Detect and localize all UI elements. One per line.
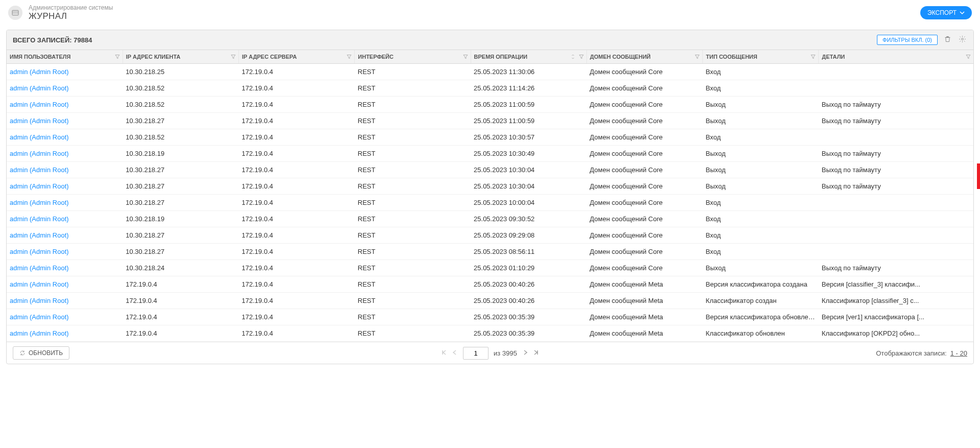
table-row[interactable]: admin (Admin Root)10.30.218.27172.19.0.4…: [7, 178, 973, 195]
table-row[interactable]: admin (Admin Root)10.30.218.25172.19.0.4…: [7, 64, 973, 80]
export-label: ЭКСПОРТ: [927, 9, 957, 16]
table-row[interactable]: admin (Admin Root)10.30.218.24172.19.0.4…: [7, 260, 973, 276]
cell-domain: Домен сообщений Meta: [586, 325, 702, 342]
cell-serverip: 172.19.0.4: [239, 64, 355, 80]
col-header-msgtype[interactable]: ТИП СООБЩЕНИЯ: [703, 50, 819, 64]
cell-user[interactable]: admin (Admin Root): [7, 244, 122, 260]
cell-user[interactable]: admin (Admin Root): [7, 211, 122, 227]
cell-details: [819, 80, 973, 97]
table-row[interactable]: admin (Admin Root)10.30.218.27172.19.0.4…: [7, 162, 973, 178]
total-label: ВСЕГО ЗАПИСЕЙ:: [13, 36, 72, 44]
cell-serverip: 172.19.0.4: [239, 325, 355, 342]
table-row[interactable]: admin (Admin Root)10.30.218.27172.19.0.4…: [7, 227, 973, 244]
cell-msgtype: Выход: [703, 146, 819, 162]
cell-msgtype: Версия классификатора обновлена: [703, 309, 819, 325]
cell-user[interactable]: admin (Admin Root): [7, 97, 122, 113]
table-row[interactable]: admin (Admin Root)172.19.0.4172.19.0.4RE…: [7, 309, 973, 325]
page-first-button[interactable]: [440, 349, 447, 357]
export-button[interactable]: ЭКСПОРТ: [920, 6, 972, 19]
cell-user[interactable]: admin (Admin Root): [7, 64, 122, 80]
cell-details: [819, 244, 973, 260]
table-row[interactable]: admin (Admin Root)10.30.218.19172.19.0.4…: [7, 146, 973, 162]
page-input[interactable]: [463, 347, 488, 360]
filter-icon[interactable]: [230, 54, 236, 60]
log-table: ИМЯ ПОЛЬЗОВАТЕЛЯ IP АДРЕС КЛИЕНТА IP АДР…: [7, 50, 973, 342]
cell-clientip: 10.30.218.52: [122, 97, 238, 113]
table-row[interactable]: admin (Admin Root)10.30.218.19172.19.0.4…: [7, 211, 973, 227]
cell-time: 25.05.2023 00:35:39: [471, 309, 586, 325]
table-row[interactable]: admin (Admin Root)172.19.0.4172.19.0.4RE…: [7, 325, 973, 342]
filter-icon[interactable]: [346, 54, 352, 60]
cell-msgtype: Вход: [703, 211, 819, 227]
cell-domain: Домен сообщений Meta: [586, 293, 702, 309]
gear-icon: [959, 35, 966, 43]
delete-filters-button[interactable]: [943, 34, 952, 45]
table-wrapper[interactable]: ИМЯ ПОЛЬЗОВАТЕЛЯ IP АДРЕС КЛИЕНТА IP АДР…: [7, 50, 973, 342]
cell-user[interactable]: admin (Admin Root): [7, 80, 122, 97]
settings-button[interactable]: [958, 34, 967, 45]
cell-interface: REST: [355, 129, 471, 146]
cell-details: Выход по таймауту: [819, 146, 973, 162]
cell-user[interactable]: admin (Admin Root): [7, 227, 122, 244]
filters-button[interactable]: ФИЛЬТРЫ ВКЛ. (0): [877, 35, 938, 45]
cell-user[interactable]: admin (Admin Root): [7, 146, 122, 162]
cell-user[interactable]: admin (Admin Root): [7, 178, 122, 195]
cell-time: 25.05.2023 10:00:04: [471, 195, 586, 211]
table-header-row: ИМЯ ПОЛЬЗОВАТЕЛЯ IP АДРЕС КЛИЕНТА IP АДР…: [7, 50, 973, 64]
table-row[interactable]: admin (Admin Root)10.30.218.27172.19.0.4…: [7, 195, 973, 211]
cell-msgtype: Вход: [703, 195, 819, 211]
cell-user[interactable]: admin (Admin Root): [7, 309, 122, 325]
page-next-button[interactable]: [522, 349, 528, 357]
filter-icon[interactable]: [810, 54, 816, 60]
cell-user[interactable]: admin (Admin Root): [7, 113, 122, 129]
table-row[interactable]: admin (Admin Root)10.30.218.52172.19.0.4…: [7, 97, 973, 113]
cell-interface: REST: [355, 97, 471, 113]
filter-icon[interactable]: [114, 54, 120, 60]
cell-user[interactable]: admin (Admin Root): [7, 325, 122, 342]
page-prev-button[interactable]: [452, 349, 458, 357]
cell-serverip: 172.19.0.4: [239, 97, 355, 113]
refresh-icon: [19, 350, 26, 356]
cell-user[interactable]: admin (Admin Root): [7, 276, 122, 293]
cell-user[interactable]: admin (Admin Root): [7, 260, 122, 276]
refresh-label: ОБНОВИТЬ: [29, 349, 63, 357]
col-header-interface[interactable]: ИНТЕРФЕЙС: [355, 50, 471, 64]
cell-interface: REST: [355, 211, 471, 227]
col-header-user[interactable]: ИМЯ ПОЛЬЗОВАТЕЛЯ: [7, 50, 122, 64]
page-last-button[interactable]: [533, 349, 540, 357]
table-row[interactable]: admin (Admin Root)10.30.218.52172.19.0.4…: [7, 129, 973, 146]
cell-user[interactable]: admin (Admin Root): [7, 195, 122, 211]
cell-domain: Домен сообщений Core: [586, 113, 702, 129]
filter-icon[interactable]: [965, 54, 971, 60]
filter-icon[interactable]: [694, 54, 700, 60]
col-header-time[interactable]: ВРЕМЯ ОПЕРАЦИИ: [471, 50, 586, 64]
header-bar: Администрирование системы ЖУРНАЛ ЭКСПОРТ: [0, 0, 980, 26]
col-header-details[interactable]: ДЕТАЛИ: [819, 50, 973, 64]
table-row[interactable]: admin (Admin Root)172.19.0.4172.19.0.4RE…: [7, 276, 973, 293]
table-row[interactable]: admin (Admin Root)172.19.0.4172.19.0.4RE…: [7, 293, 973, 309]
col-header-domain[interactable]: ДОМЕН СООБЩЕНИЙ: [586, 50, 702, 64]
cell-user[interactable]: admin (Admin Root): [7, 162, 122, 178]
col-header-serverip[interactable]: IP АДРЕС СЕРВЕРА: [239, 50, 355, 64]
side-drawer-handle[interactable]: [977, 163, 980, 189]
cell-msgtype: Вход: [703, 64, 819, 80]
cell-domain: Домен сообщений Meta: [586, 276, 702, 293]
cell-domain: Домен сообщений Core: [586, 97, 702, 113]
cell-user[interactable]: admin (Admin Root): [7, 293, 122, 309]
table-row[interactable]: admin (Admin Root)10.30.218.52172.19.0.4…: [7, 80, 973, 97]
table-row[interactable]: admin (Admin Root)10.30.218.27172.19.0.4…: [7, 113, 973, 129]
table-row[interactable]: admin (Admin Root)10.30.218.27172.19.0.4…: [7, 244, 973, 260]
cell-details: Классификатор [classifier_3] с...: [819, 293, 973, 309]
cell-msgtype: Вход: [703, 227, 819, 244]
cell-serverip: 172.19.0.4: [239, 293, 355, 309]
cell-user[interactable]: admin (Admin Root): [7, 129, 122, 146]
filter-icon[interactable]: [462, 54, 469, 60]
refresh-button[interactable]: ОБНОВИТЬ: [13, 346, 69, 360]
filter-icon[interactable]: [578, 54, 584, 60]
cell-serverip: 172.19.0.4: [239, 80, 355, 97]
cell-time: 25.05.2023 11:30:06: [471, 64, 586, 80]
cell-domain: Домен сообщений Core: [586, 129, 702, 146]
trash-icon: [944, 35, 951, 43]
cell-interface: REST: [355, 162, 471, 178]
col-header-clientip[interactable]: IP АДРЕС КЛИЕНТА: [122, 50, 238, 64]
